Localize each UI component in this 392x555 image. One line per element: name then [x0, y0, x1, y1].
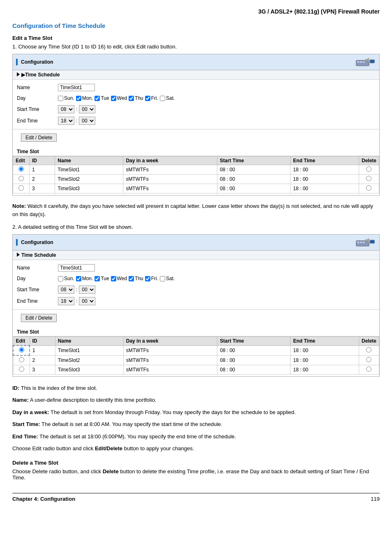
fri-checkbox-2[interactable]: Fri. — [145, 276, 158, 281]
note-text: Watch it carefully, the days you have se… — [12, 203, 373, 217]
wed-checkbox-2[interactable]: Wed — [111, 276, 127, 281]
section1-title: Edit a Time Slot — [12, 35, 380, 41]
day-cell-1-3: sMTWTFs — [123, 184, 217, 193]
day-row-2: Day Sun. Mon. Tue Wed Thu Fri. Sat. — [13, 273, 379, 284]
th-name-1: Name — [55, 157, 123, 165]
name-cell-2-1: TimeSlot1 — [55, 345, 123, 355]
footer-page: 119 — [371, 496, 380, 502]
svg-rect-8 — [356, 241, 369, 246]
name-cell-1-1: TimeSlot1 — [55, 165, 123, 175]
end-time-row-1: End Time 18 : 00 — [13, 115, 379, 127]
start-time-row-2: Start Time 08 : 00 — [13, 284, 379, 295]
end-time-row-2: End Time 18 : 00 — [13, 295, 379, 307]
th-id-1: ID — [30, 157, 55, 165]
start-min-select-1[interactable]: 00 — [79, 105, 95, 113]
edit-radio-2-1[interactable] — [13, 345, 30, 355]
config-header-1: Configuration — [13, 54, 379, 70]
th-end-1: End Time — [291, 157, 359, 165]
th-end-2: End Time — [291, 337, 359, 346]
name-label-2: Name — [17, 265, 58, 271]
name-input-2[interactable] — [58, 264, 95, 272]
page-footer: Chapter 4: Configuration 119 — [12, 493, 380, 502]
svg-rect-7 — [371, 60, 374, 62]
edit-radio-1-3[interactable] — [13, 184, 30, 193]
edit-radio-2-2[interactable] — [13, 355, 30, 365]
delete-radio-2-1[interactable] — [359, 345, 379, 355]
time-schedule-label-2: Time Schedule — [13, 251, 379, 260]
timeslot-table-2: Edit ID Name Day in a week Start Time En… — [13, 336, 379, 375]
day-cell-1-1: sMTWTFs — [123, 165, 217, 175]
th-day-1: Day in a week — [123, 157, 217, 165]
router-icon-1 — [355, 56, 376, 68]
end-min-select-1[interactable]: 00 — [79, 117, 95, 125]
config-header-label-2: Configuration — [21, 240, 53, 245]
note-label: Note: — [12, 203, 26, 209]
id-cell-1-2: 2 — [30, 175, 55, 184]
svg-rect-1 — [357, 61, 359, 62]
sun-checkbox-2[interactable]: Sun. — [58, 276, 74, 281]
desc-name: Name: A user-define description to ident… — [12, 395, 380, 405]
start-hour-select-2[interactable]: 08 — [58, 286, 74, 294]
name-row-2: Name — [13, 263, 379, 273]
edit-delete-button-2[interactable]: Edit / Delete — [21, 314, 57, 322]
day-checkboxes-2: Sun. Mon. Tue Wed Thu Fri. Sat. — [58, 276, 175, 281]
sun-checkbox-1[interactable]: Sun. — [58, 95, 74, 101]
day-row-1: Day Sun. Mon. Tue Wed Thu Fri. Sat. — [13, 93, 379, 104]
description-section: ID: This is the index of the time slot. … — [12, 383, 380, 453]
svg-rect-0 — [356, 60, 369, 66]
table-row: 3 TimeSlot3 sMTWTFs 08 : 00 18 : 00 — [13, 184, 379, 193]
th-delete-2: Delete — [359, 337, 379, 346]
svg-rect-13 — [368, 239, 369, 243]
start-cell-2-1: 08 : 00 — [217, 345, 291, 355]
thu-checkbox-2[interactable]: Thu — [129, 276, 143, 281]
wed-checkbox-1[interactable]: Wed — [111, 95, 127, 101]
end-cell-1-2: 18 : 00 — [291, 175, 359, 184]
step1-text: 1. Choose any Time Slot (ID 1 to ID 16) … — [12, 44, 380, 50]
timeslot-label-2: Time Slot — [13, 328, 379, 336]
table-row: 3 TimeSlot3 sMTWTFs 08 : 00 18 : 00 — [13, 365, 379, 375]
id-cell-2-1: 1 — [30, 345, 55, 355]
end-time-value-1: 18 : 00 — [58, 117, 95, 125]
start-time-label-2: Start Time — [17, 287, 58, 292]
start-min-select-2[interactable]: 00 — [79, 286, 95, 294]
edit-radio-2-3[interactable] — [13, 365, 30, 375]
timeslot-label-1: Time Slot — [13, 147, 379, 156]
mon-checkbox-2[interactable]: Mon. — [76, 276, 93, 281]
end-hour-select-1[interactable]: 18 — [58, 117, 74, 125]
sat-checkbox-1[interactable]: Sat. — [160, 95, 175, 101]
delete-radio-1-3[interactable] — [359, 184, 379, 193]
end-cell-1-1: 18 : 00 — [291, 165, 359, 175]
end-hour-select-2[interactable]: 18 — [58, 297, 74, 305]
delete-radio-1-1[interactable] — [359, 165, 379, 175]
id-cell-2-2: 2 — [30, 355, 55, 365]
table-row: 1 TimeSlot1 sMTWTFs 08 : 00 18 : 00 — [13, 345, 379, 355]
start-cell-1-2: 08 : 00 — [217, 175, 291, 184]
edit-delete-container-1: Edit / Delete — [13, 129, 379, 146]
name-row-1: Name — [13, 82, 379, 93]
thu-checkbox-1[interactable]: Thu — [129, 95, 143, 101]
tue-checkbox-1[interactable]: Tue — [95, 95, 109, 101]
timeslot-section-2: Time Slot Edit ID Name Day in a week Sta… — [13, 326, 379, 376]
delete-radio-1-2[interactable] — [359, 175, 379, 184]
edit-radio-1-1[interactable] — [13, 165, 30, 175]
time-schedule-label-1: ▶Time Schedule — [13, 70, 379, 80]
edit-delete-button-1[interactable]: Edit / Delete — [21, 134, 57, 142]
svg-rect-15 — [371, 241, 374, 243]
name-cell-2-2: TimeSlot2 — [55, 355, 123, 365]
day-label-1: Day — [17, 95, 58, 101]
edit-radio-1-2[interactable] — [13, 175, 30, 184]
start-hour-select-1[interactable]: 08 — [58, 105, 74, 113]
tue-checkbox-2[interactable]: Tue — [95, 276, 109, 281]
fri-checkbox-1[interactable]: Fri. — [145, 95, 158, 101]
day-cell-2-1: sMTWTFs — [123, 345, 217, 355]
id-cell-2-3: 3 — [30, 365, 55, 375]
end-min-select-2[interactable]: 00 — [79, 297, 95, 305]
delete-radio-2-3[interactable] — [359, 365, 379, 375]
sat-checkbox-2[interactable]: Sat. — [160, 276, 175, 281]
mon-checkbox-1[interactable]: Mon. — [76, 95, 93, 101]
delete-radio-2-2[interactable] — [359, 355, 379, 365]
name-input-1[interactable] — [58, 84, 95, 91]
end-cell-1-3: 18 : 00 — [291, 184, 359, 193]
th-name-2: Name — [55, 337, 123, 346]
day-cell-2-3: sMTWTFs — [123, 365, 217, 375]
